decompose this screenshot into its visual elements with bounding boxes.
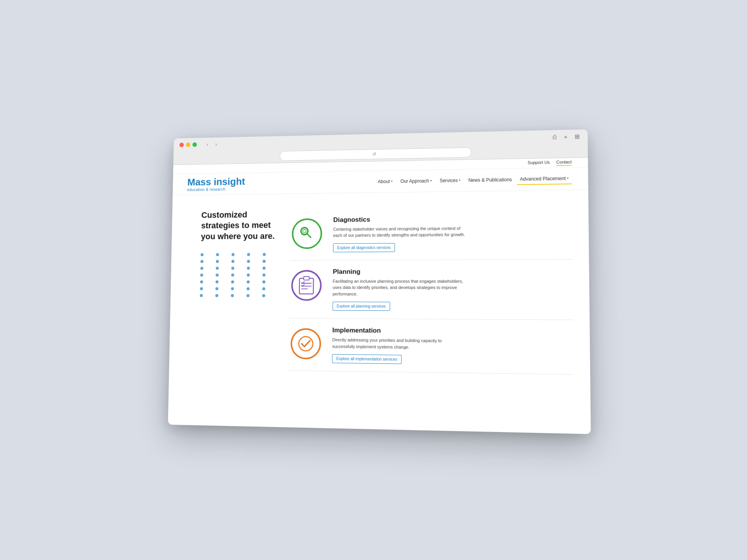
implementation-icon-wrap — [289, 326, 323, 362]
dot — [263, 274, 266, 277]
planning-title: Planning — [333, 268, 573, 276]
nav-item-news[interactable]: News & Publications — [465, 175, 515, 186]
dot — [216, 260, 219, 263]
minimize-button[interactable] — [186, 142, 190, 147]
dot — [231, 274, 234, 277]
dot — [216, 267, 219, 270]
dot — [200, 294, 203, 297]
dot — [262, 294, 265, 298]
planning-content: Planning Facilitating an inclusive plann… — [333, 268, 573, 312]
planning-icon-circle — [291, 270, 322, 301]
dot — [231, 267, 234, 270]
service-implementation: Implementation Directly addressing your … — [288, 318, 573, 375]
close-button[interactable] — [179, 143, 184, 147]
implementation-title: Implementation — [332, 327, 573, 336]
diagnostics-icon-circle — [292, 218, 323, 249]
dot — [231, 287, 234, 290]
logo-area[interactable]: Mass insight education & research — [187, 176, 245, 192]
logo-main-text: Mass insight — [187, 176, 245, 188]
maximize-button[interactable] — [193, 142, 197, 147]
planning-explore-button[interactable]: Explore all planning services — [333, 302, 390, 311]
dot — [216, 274, 219, 277]
svg-point-7 — [301, 227, 309, 235]
dot — [247, 253, 250, 256]
planning-svg-icon — [298, 275, 315, 296]
dot — [262, 287, 265, 290]
svg-point-13 — [299, 336, 313, 351]
dot — [263, 267, 266, 270]
nav-item-our-approach[interactable]: Our Approach ▾ — [397, 176, 435, 186]
dot — [231, 280, 234, 284]
dot-grid — [200, 253, 275, 298]
diagnostics-icon-wrap — [290, 216, 324, 251]
chevron-down-icon: ▾ — [459, 178, 461, 182]
grid-icon[interactable]: ⊞ — [573, 133, 581, 141]
dot — [247, 287, 250, 290]
diagnostics-svg-icon — [297, 224, 316, 243]
service-planning: Planning Facilitating an inclusive plann… — [289, 259, 573, 320]
chevron-down-icon: ▾ — [567, 177, 568, 180]
logo-sub-text: education & research — [187, 187, 245, 192]
nav-item-about[interactable]: About ▾ — [375, 176, 396, 186]
dot — [231, 260, 235, 263]
add-tab-icon[interactable]: + — [562, 133, 570, 141]
browser-toolbar-icons: ⎙ + ⊞ — [551, 133, 581, 141]
back-button[interactable]: ‹ — [204, 141, 210, 148]
dot — [231, 253, 235, 256]
dot — [200, 287, 203, 290]
service-diagnostics: Diagnostics Centering stakeholder voices… — [290, 206, 573, 260]
right-panel: Diagnostics Centering stakeholder voices… — [288, 206, 573, 374]
dot — [247, 260, 250, 263]
diagnostics-explore-button[interactable]: Explore all diagnostics services — [333, 243, 395, 252]
svg-point-1 — [303, 229, 306, 233]
diagnostics-title: Diagnostics — [333, 214, 572, 224]
contact-link[interactable]: Contact — [556, 159, 572, 166]
share-icon[interactable]: ⎙ — [551, 133, 559, 141]
dot — [263, 260, 266, 263]
forward-button[interactable]: › — [213, 141, 219, 148]
dot — [200, 280, 203, 284]
dot — [246, 294, 249, 298]
dot — [215, 294, 218, 297]
planning-description: Facilitating an inclusive planning proce… — [333, 278, 465, 298]
website-content: Support Us Contact Mass insight educatio… — [168, 158, 591, 434]
dot — [200, 274, 203, 277]
implementation-description: Directly addressing your priorities and … — [332, 337, 465, 351]
hero-heading: Customized strategies to meet you where … — [201, 209, 275, 242]
chevron-down-icon: ▾ — [391, 180, 393, 183]
dot — [216, 253, 219, 256]
browser-window: ‹ › ⎙ + ⊞ ↺ Support Us Contact Mass insi… — [168, 130, 591, 434]
address-bar[interactable]: ↺ — [280, 147, 472, 161]
implementation-content: Implementation Directly addressing your … — [332, 327, 573, 366]
traffic-lights — [179, 142, 197, 147]
dot — [262, 280, 265, 284]
dot — [247, 274, 250, 277]
nav-item-advanced-placement[interactable]: Advanced Placement ▾ — [517, 173, 572, 185]
diagnostics-content: Diagnostics Centering stakeholder voices… — [333, 214, 573, 252]
dot — [247, 267, 250, 270]
nav-item-services[interactable]: Services ▾ — [437, 175, 464, 186]
support-us-link[interactable]: Support Us — [528, 160, 550, 166]
dot — [200, 267, 203, 270]
implementation-explore-button[interactable]: Explore all implementation services — [332, 354, 402, 364]
diagnostics-description: Centering stakeholder voices and recogni… — [333, 225, 465, 238]
dot — [216, 280, 219, 284]
main-content: Customized strategies to meet you where … — [169, 190, 591, 391]
implementation-icon-circle — [290, 328, 321, 360]
svg-rect-9 — [304, 276, 309, 280]
left-panel: Customized strategies to meet you where … — [198, 209, 275, 371]
dot — [263, 253, 266, 256]
nav-links: About ▾ Our Approach ▾ Services ▾ News &… — [375, 173, 572, 187]
dot — [216, 287, 219, 290]
dot — [200, 260, 203, 263]
planning-icon-wrap — [289, 268, 324, 303]
chevron-down-icon: ▾ — [430, 179, 432, 182]
dot — [231, 294, 234, 298]
implementation-svg-icon — [297, 335, 315, 353]
dot — [201, 253, 204, 256]
dot — [247, 280, 250, 284]
reload-icon[interactable]: ↺ — [372, 152, 376, 157]
